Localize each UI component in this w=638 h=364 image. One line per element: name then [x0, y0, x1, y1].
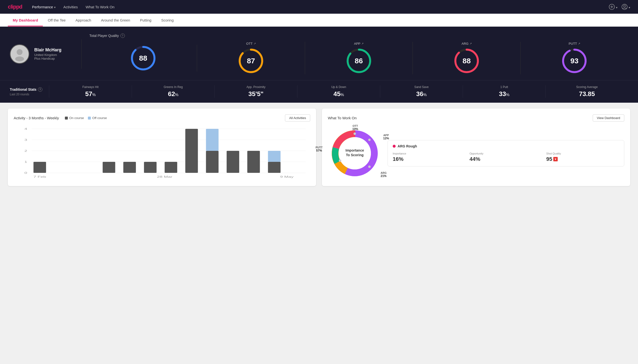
activity-chart: 4 3 2 1 0 — [14, 126, 310, 180]
arg-opportunity: Opportunity 44% — [470, 152, 543, 162]
app-label: APP ↗ — [354, 42, 364, 46]
player-details: Blair McHarg United Kingdom Plus Handica… — [34, 48, 62, 60]
all-activities-button[interactable]: All Activities — [285, 114, 310, 122]
hero-section: Blair McHarg United Kingdom Plus Handica… — [0, 27, 638, 80]
svg-point-58 — [368, 166, 371, 168]
donut-svg: Importance To Scoring — [328, 126, 382, 180]
stat-1-putt: 1 Putt 33% — [463, 85, 545, 98]
player-name: Blair McHarg — [34, 48, 62, 52]
add-button[interactable] — [609, 4, 617, 10]
player-row: Blair McHarg United Kingdom Plus Handica… — [10, 34, 628, 74]
stats-row: Traditional Stats ? Last 20 rounds Fairw… — [0, 80, 638, 103]
arg-shot-quality: Shot Quality 95 ▼ — [546, 152, 619, 162]
player-info: Blair McHarg United Kingdom Plus Handica… — [10, 44, 73, 64]
work-card: What To Work On View Dashboard OTT 10% A… — [322, 108, 630, 186]
overall-value: 88 — [139, 54, 147, 62]
tab-my-dashboard[interactable]: My Dashboard — [8, 14, 43, 26]
overall-circle: 88 — [130, 45, 157, 72]
putt-label: PUTT ↗ — [569, 42, 580, 46]
off-course-dot — [88, 116, 91, 120]
putt-donut-label: PUTT 57% — [316, 146, 323, 152]
arg-card-title: ARG Rough — [393, 144, 619, 148]
ott-circle: 87 — [238, 48, 264, 74]
donut-container: OTT 10% APP 12% ARG 21% PUTT 57% — [328, 126, 382, 180]
svg-text:3: 3 — [25, 138, 27, 141]
user-chevron-icon — [629, 4, 630, 10]
tab-scoring[interactable]: Scoring — [156, 14, 178, 26]
stat-fairways-hit: Fairways Hit 57% — [49, 85, 132, 98]
svg-rect-34 — [123, 162, 136, 173]
app-donut-label: APP 12% — [383, 134, 389, 140]
svg-rect-41 — [247, 151, 260, 173]
svg-text:1: 1 — [25, 160, 27, 163]
putt-value: 93 — [570, 57, 578, 65]
ott-donut-label: OTT 10% — [352, 124, 358, 131]
svg-rect-43 — [268, 151, 281, 162]
player-country: United Kingdom — [34, 53, 62, 57]
tab-approach[interactable]: Approach — [71, 14, 96, 26]
legend-on-course: On course — [65, 116, 84, 120]
svg-text:7 Feb: 7 Feb — [34, 175, 46, 178]
svg-rect-39 — [206, 129, 218, 151]
nav-performance[interactable]: Performance — [32, 5, 56, 9]
quality-overall: 88 — [89, 45, 197, 72]
arg-detail-card: ARG Rough Importance 16% Opportunity 44% — [387, 140, 624, 166]
chart-legend: On course Off course — [65, 116, 107, 120]
stat-app-proximity: App. Proximity 35'5" — [215, 85, 297, 98]
quality-arg: ARG ↗ 88 — [413, 42, 520, 74]
avatar — [10, 44, 29, 64]
svg-text:0: 0 — [25, 171, 27, 174]
stat-up-and-down: Up & Down 45% — [297, 85, 380, 98]
arg-label: ARG ↗ — [462, 42, 472, 46]
tab-off-the-tee[interactable]: Off the Tee — [43, 14, 71, 26]
activity-card-header: Activity - 3 Months - Weekly On course O… — [14, 114, 310, 122]
work-card-header: What To Work On View Dashboard — [328, 114, 624, 122]
main-content: Activity - 3 Months - Weekly On course O… — [0, 103, 638, 192]
legend-off-course: Off course — [88, 116, 107, 120]
stat-greens-in-reg: Greens In Reg 62% — [132, 85, 215, 98]
svg-rect-32 — [34, 162, 46, 173]
tab-around-the-green[interactable]: Around the Green — [96, 14, 135, 26]
nav-right — [609, 4, 630, 10]
brand-logo[interactable]: clippd — [8, 4, 22, 10]
svg-rect-40 — [227, 151, 239, 173]
quality-title: Total Player Quality ? — [89, 34, 628, 38]
work-title: What To Work On — [328, 116, 357, 120]
on-course-dot — [65, 116, 68, 120]
ott-label: OTT ↗ — [246, 42, 256, 46]
arg-donut-label: ARG 21% — [381, 171, 386, 178]
nav-activities[interactable]: Activities — [63, 5, 78, 9]
quality-help-icon[interactable]: ? — [120, 34, 125, 38]
divider — [81, 39, 82, 69]
svg-rect-37 — [185, 129, 198, 173]
putt-circle: 93 — [561, 48, 588, 74]
svg-point-5 — [17, 49, 23, 55]
stat-scoring-average: Scoring Average 73.85 — [545, 85, 628, 98]
app-circle: 86 — [345, 48, 372, 74]
nav-what-to-work-on[interactable]: What To Work On — [86, 5, 115, 9]
tab-putting[interactable]: Putting — [135, 14, 156, 26]
svg-point-56 — [353, 132, 356, 135]
arg-dot-icon — [393, 145, 396, 148]
tabs-bar: My Dashboard Off the Tee Approach Around… — [0, 14, 638, 27]
svg-rect-38 — [206, 151, 218, 173]
stats-label: Traditional Stats ? — [10, 87, 49, 92]
svg-text:2: 2 — [25, 149, 27, 152]
chart-svg: 4 3 2 1 0 — [14, 126, 310, 180]
user-menu-button[interactable] — [621, 4, 630, 10]
nav-left: clippd Performance Activities What To Wo… — [8, 4, 115, 10]
quality-app: APP ↗ 86 — [305, 42, 413, 74]
player-handicap: Plus Handicap — [34, 57, 62, 60]
stats-help-icon[interactable]: ? — [38, 87, 42, 92]
stats-label-col: Traditional Stats ? Last 20 rounds — [10, 87, 49, 96]
svg-point-4 — [623, 5, 625, 7]
activity-card: Activity - 3 Months - Weekly On course O… — [8, 108, 316, 186]
svg-text:4: 4 — [25, 127, 27, 130]
activity-title: Activity - 3 Months - Weekly — [14, 116, 59, 120]
svg-text:9 May: 9 May — [280, 175, 294, 178]
svg-text:Importance: Importance — [345, 148, 364, 152]
view-dashboard-button[interactable]: View Dashboard — [593, 114, 624, 122]
svg-rect-42 — [268, 162, 281, 173]
arg-importance: Importance 16% — [393, 152, 466, 162]
svg-rect-35 — [144, 162, 156, 173]
